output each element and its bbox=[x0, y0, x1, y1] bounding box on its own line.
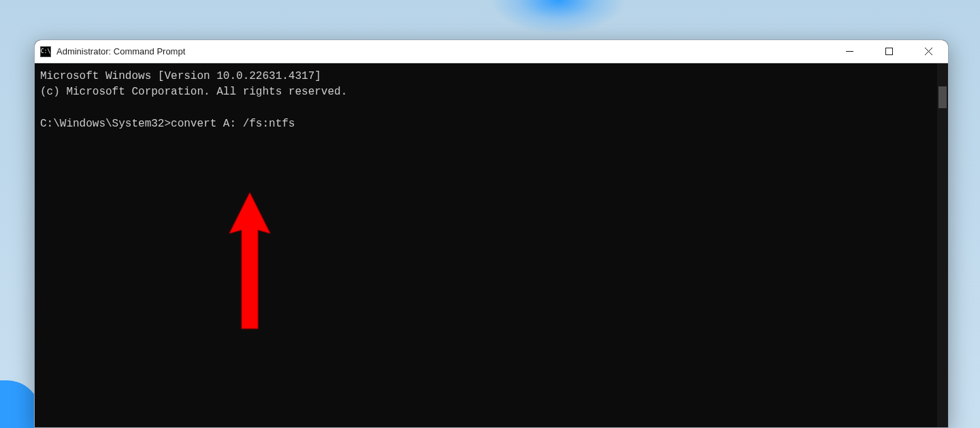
scrollbar-track[interactable] bbox=[937, 63, 948, 427]
maximize-icon bbox=[885, 48, 893, 55]
svg-rect-1 bbox=[885, 48, 892, 55]
close-icon bbox=[925, 48, 932, 55]
version-line: Microsoft Windows [Version 10.0.22631.43… bbox=[40, 70, 321, 82]
window-controls bbox=[830, 40, 948, 63]
command-prompt-window: C:\ Administrator: Command Prompt Micros… bbox=[34, 39, 949, 428]
command-text[interactable]: convert A: /fs:ntfs bbox=[171, 118, 295, 130]
window-title: Administrator: Command Prompt bbox=[56, 46, 830, 56]
scrollbar-thumb[interactable] bbox=[938, 86, 947, 108]
terminal-body[interactable]: Microsoft Windows [Version 10.0.22631.43… bbox=[35, 63, 948, 427]
minimize-icon bbox=[846, 48, 853, 55]
titlebar[interactable]: C:\ Administrator: Command Prompt bbox=[35, 40, 948, 63]
annotation-arrow bbox=[223, 193, 277, 335]
terminal-output: Microsoft Windows [Version 10.0.22631.43… bbox=[40, 69, 948, 132]
svg-marker-4 bbox=[229, 193, 270, 329]
copyright-line: (c) Microsoft Corporation. All rights re… bbox=[40, 86, 347, 98]
minimize-button[interactable] bbox=[830, 40, 869, 63]
app-icon: C:\ bbox=[40, 46, 51, 57]
maximize-button[interactable] bbox=[869, 40, 909, 63]
close-button[interactable] bbox=[909, 40, 948, 63]
desktop-accent-top bbox=[490, 0, 626, 34]
prompt-text: C:\Windows\System32> bbox=[40, 118, 171, 130]
app-icon-glyph: C:\ bbox=[41, 49, 50, 54]
